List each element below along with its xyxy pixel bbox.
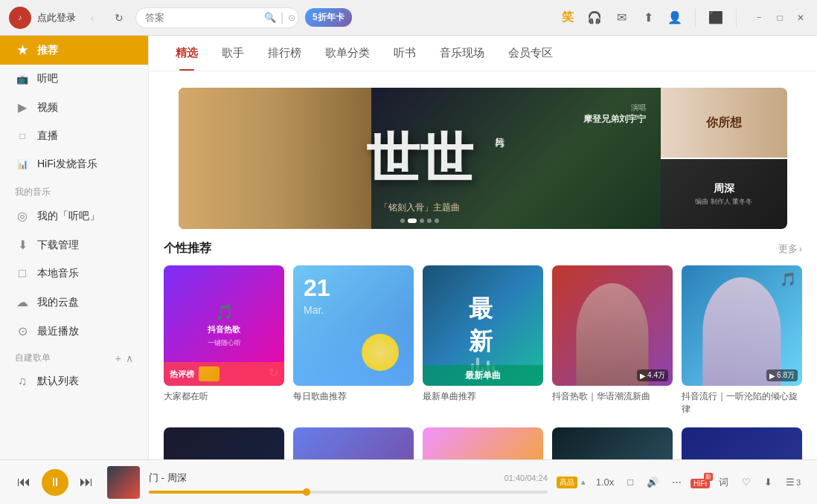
bottom-thumb-1[interactable] <box>164 427 284 459</box>
sidebar-label-default: 默认列表 <box>37 375 79 388</box>
playlist-icon: ☰ <box>786 476 795 488</box>
tab-charts[interactable]: 排行榜 <box>256 36 313 71</box>
tab-audiobooks[interactable]: 听书 <box>382 36 428 71</box>
banner-main[interactable]: 世世 与风行 演唱 摩登兄弟刘宇宁 「铭刻入骨」主题曲 <box>179 88 661 229</box>
mail-icon[interactable]: ✉ <box>612 8 631 28</box>
card-popular[interactable]: 🎵 抖音热歌 一键随心听 ↻ 热评榜 大家都在 <box>164 265 284 416</box>
card-douyin-hot[interactable]: ▶ 4.4万 抖音热歌｜华语潮流新曲 <box>552 265 673 416</box>
card-daily[interactable]: 21 Mar. 每日歌曲推荐 <box>293 265 414 416</box>
dot-4[interactable] <box>435 219 439 223</box>
word-btn[interactable]: 词 <box>714 473 733 492</box>
volume-btn[interactable]: 🔊 <box>642 474 663 491</box>
card-thumb-douyin-pop: 🎵 ▶ 6.8万 <box>682 265 802 386</box>
banner-side-item-2[interactable]: 周深 编曲 制作人 董冬冬 <box>661 159 787 229</box>
window-controls: － □ ✕ <box>752 10 808 25</box>
bottom-thumb-5[interactable] <box>682 427 802 459</box>
playlist-count-btn[interactable]: ☰ 3 <box>781 474 805 491</box>
sidebar-item-live[interactable]: □ 直播 <box>0 122 148 150</box>
sidebar-item-download[interactable]: ⬇ 下载管理 <box>0 230 148 259</box>
custom-collapse-btn[interactable]: ∧ <box>126 352 133 364</box>
sidebar-item-tinba[interactable]: 📺 听吧 <box>0 65 148 93</box>
minimize-button[interactable]: － <box>752 10 766 25</box>
search-clear-icon[interactable]: ⊙ <box>288 13 295 23</box>
daily-date: 21 <box>304 274 330 302</box>
maximize-button[interactable]: □ <box>772 10 787 25</box>
card-sub-label: 抖音热歌 <box>208 324 240 335</box>
search-input[interactable] <box>145 12 264 23</box>
screen-btn[interactable]: □ <box>623 474 638 491</box>
sidebar-item-local[interactable]: □ 本地音乐 <box>0 259 148 288</box>
playlist-icon: ♫ <box>15 375 30 388</box>
card-douyin-pop[interactable]: 🎵 ▶ 6.8万 抖音流行｜一听沦陷的倾心旋律 <box>682 265 802 416</box>
speed-btn[interactable]: 1.0x <box>592 474 619 491</box>
promo-badge[interactable]: 5折年卡 <box>305 8 352 27</box>
dot-2[interactable] <box>420 219 424 223</box>
sidebar-item-default-list[interactable]: ♫ 默认列表 <box>0 367 148 395</box>
custom-add-btn[interactable]: + <box>115 352 121 364</box>
download-btn[interactable]: ⬇ <box>760 474 777 491</box>
vip-icon[interactable]: 笑 <box>558 8 577 28</box>
next-button[interactable]: ⏭ <box>74 471 98 494</box>
quality-arrow[interactable]: ▲ <box>580 478 587 486</box>
latest-thumb: 最新 <box>423 265 543 386</box>
content-scroll: 世世 与风行 演唱 摩登兄弟刘宇宁 「铭刻入骨」主题曲 <box>149 71 817 459</box>
dot-3[interactable] <box>427 219 432 223</box>
video-icon: ▶ <box>15 100 30 114</box>
sidebar-item-recommend[interactable]: ★ 推荐 <box>0 36 148 65</box>
player-time: 01:40 / 04:24 <box>504 474 548 482</box>
dot-0[interactable] <box>400 219 405 223</box>
player-controls: ⏮ ⏸ ⏭ <box>12 469 98 496</box>
play-count-1: ▶ 4.4万 <box>637 369 668 381</box>
nav-back-button[interactable]: ‹ <box>82 7 103 28</box>
sidebar-item-my-tinba[interactable]: ◎ 我的「听吧」 <box>0 201 148 230</box>
bottom-thumb-4[interactable] <box>552 427 673 459</box>
download-icon: ⬇ <box>15 238 30 252</box>
pause-button[interactable]: ⏸ <box>42 469 68 496</box>
play-icon: ▶ <box>640 372 646 380</box>
profile-icon[interactable]: 👤 <box>665 8 685 28</box>
tab-vip[interactable]: 会员专区 <box>496 36 565 71</box>
card-grid: 🎵 抖音热歌 一键随心听 ↻ 热评榜 大家都在 <box>164 265 802 416</box>
card-latest[interactable]: 最新 <box>423 265 543 416</box>
sidebar-item-recent[interactable]: ⊙ 最近播放 <box>0 317 148 346</box>
loop-btn[interactable]: ⋯ <box>667 474 686 491</box>
douyin-thumb: 🎵 抖音热歌 一键随心听 ↻ 热评榜 <box>164 265 284 386</box>
player-cover[interactable] <box>107 466 140 499</box>
banner-subtitle: 「铭刻入骨」主题曲 <box>379 201 460 214</box>
content-area: 精选 歌手 排行榜 歌单分类 听书 音乐现场 会员专区 <box>149 36 817 459</box>
tab-featured[interactable]: 精选 <box>164 36 210 71</box>
artist-thumb-1 <box>552 265 673 386</box>
bottom-thumb-3[interactable] <box>423 427 543 459</box>
tab-live[interactable]: 音乐现场 <box>428 36 496 71</box>
tab-playlists[interactable]: 歌单分类 <box>313 36 382 71</box>
nav-refresh-button[interactable]: ↻ <box>109 7 129 28</box>
sidebar-item-hifi[interactable]: 📊 HiFi发烧音乐 <box>0 150 148 178</box>
card-label-douyin-hot: 抖音热歌｜华语潮流新曲 <box>552 390 673 403</box>
section-more[interactable]: 更多 › <box>778 242 802 256</box>
player-progress-bar[interactable] <box>149 491 548 494</box>
app-logo[interactable]: ♪ <box>9 7 31 29</box>
prev-button[interactable]: ⏮ <box>12 471 36 494</box>
tab-artists[interactable]: 歌手 <box>210 36 256 71</box>
custom-section-label: 自建歌单 <box>15 352 51 364</box>
tiktok-overlay: 🎵 <box>780 271 796 288</box>
login-button[interactable]: 点此登录 <box>37 11 76 25</box>
dot-1[interactable] <box>408 219 417 223</box>
card-thumb-daily: 21 Mar. <box>293 265 414 386</box>
quality-badge[interactable]: 高品 <box>557 476 577 488</box>
banner-side-item-1[interactable]: 你所想 <box>661 88 787 158</box>
sidebar-item-cloud[interactable]: ☁ 我的云盘 <box>0 288 148 317</box>
screen-icon[interactable]: ⬛ <box>706 8 725 28</box>
section-header: 个性推荐 更多 › <box>164 241 802 256</box>
promo-text: 5折年卡 <box>313 12 345 22</box>
headphone-icon[interactable]: 🎧 <box>585 8 604 28</box>
play-count-2: ▶ 6.8万 <box>766 369 798 381</box>
close-button[interactable]: ✕ <box>793 10 808 25</box>
separator2 <box>736 9 737 27</box>
bottom-thumb-2[interactable] <box>293 427 414 459</box>
section-title: 个性推荐 <box>164 241 211 256</box>
favorite-btn[interactable]: ♡ <box>737 474 755 491</box>
share-icon[interactable]: ⬆ <box>638 8 658 28</box>
search-icon[interactable]: 🔍 <box>264 12 276 23</box>
sidebar-item-video[interactable]: ▶ 视频 <box>0 93 148 122</box>
